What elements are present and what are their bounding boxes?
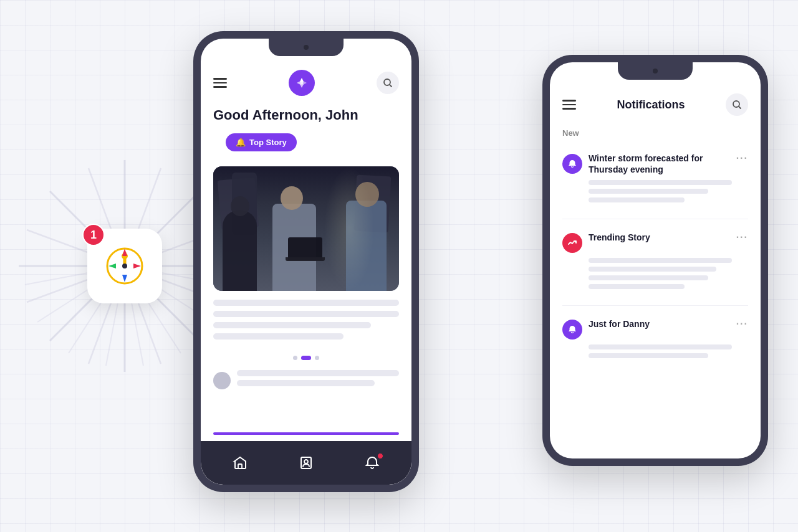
svg-marker-35	[303, 81, 307, 85]
right-phone-screen: Notifications New Winter sto	[550, 62, 761, 458]
notif-item-1-more[interactable]: ···	[736, 153, 748, 164]
svg-rect-39	[238, 464, 242, 468]
dot-2-active	[301, 356, 311, 360]
notif-item-2-text: Trending Story	[589, 232, 730, 243]
dot-1	[293, 356, 297, 360]
notif-icon-bell-3	[562, 320, 582, 340]
text-placeholders	[201, 291, 411, 349]
user-avatar-small	[213, 372, 231, 389]
bell-icon: 🔔	[236, 138, 246, 147]
svg-marker-34	[297, 81, 300, 85]
nav-bell[interactable]	[365, 455, 380, 470]
notification-item-2[interactable]: Trending Story ···	[550, 224, 761, 300]
notif-item-2-more[interactable]: ···	[736, 232, 748, 243]
nav-home[interactable]	[233, 455, 248, 470]
svg-line-43	[739, 107, 741, 108]
app-icon: 1	[87, 229, 162, 303]
app-icon-wrapper: 1	[87, 229, 162, 303]
notification-badge: 1	[82, 224, 105, 246]
notif-item-3-text: Just for Danny	[589, 318, 730, 330]
svg-point-36	[300, 82, 304, 85]
notif-icon-trending	[562, 233, 582, 253]
notif-item-1-title: Winter storm forecasted for Thursday eve…	[589, 153, 730, 175]
notif-hamburger-icon[interactable]	[562, 100, 576, 110]
left-phone: Good Afternoon, John 🔔 Top Story	[193, 31, 419, 492]
notif-item-1-lines	[562, 180, 748, 202]
bell-notification-dot	[377, 453, 383, 459]
greeting-text: Good Afternoon, John	[201, 105, 411, 133]
purple-accent-bar	[213, 432, 399, 435]
notif-item-3-header: Just for Danny ···	[562, 318, 748, 340]
notification-item-3[interactable]: Just for Danny ···	[550, 311, 761, 369]
header-logo	[289, 70, 315, 96]
story-image	[213, 166, 399, 291]
notif-item-2-title: Trending Story	[589, 232, 730, 243]
dot-3	[315, 356, 319, 360]
notch-dot-right	[653, 69, 658, 74]
svg-marker-27	[122, 249, 127, 256]
search-button[interactable]	[377, 72, 399, 94]
notif-item-1-header: Winter storm forecasted for Thursday eve…	[562, 153, 748, 175]
nav-contacts[interactable]	[299, 455, 314, 470]
notif-item-2-lines	[562, 258, 748, 289]
right-phone-notch	[618, 62, 693, 80]
right-phone: Notifications New Winter sto	[542, 55, 768, 466]
notif-icon-bell-1	[562, 154, 582, 174]
divider-1	[562, 219, 748, 219]
notif-search-button[interactable]	[726, 93, 748, 116]
svg-point-41	[304, 460, 308, 463]
bottom-nav	[201, 441, 411, 485]
carousel-dots	[201, 349, 411, 365]
hamburger-icon[interactable]	[213, 78, 227, 88]
notif-item-1-text: Winter storm forecasted for Thursday eve…	[589, 153, 730, 175]
notif-item-3-more[interactable]: ···	[736, 318, 748, 330]
notification-item-1[interactable]: Winter storm forecasted for Thursday eve…	[550, 145, 761, 214]
svg-point-31	[122, 264, 127, 268]
left-phone-screen: Good Afternoon, John 🔔 Top Story	[201, 39, 411, 485]
notifications-title: Notifications	[576, 98, 726, 112]
notif-item-3-lines	[562, 344, 748, 358]
notif-item-2-header: Trending Story ···	[562, 232, 748, 253]
top-story-badge: 🔔 Top Story	[226, 133, 297, 151]
svg-line-38	[390, 85, 392, 87]
app-logo-icon	[102, 244, 147, 288]
svg-marker-30	[133, 264, 141, 268]
notif-item-3-title: Just for Danny	[589, 318, 730, 330]
bottom-row	[201, 365, 411, 400]
svg-marker-29	[108, 264, 116, 268]
divider-2	[562, 305, 748, 306]
notch-dot	[304, 45, 309, 50]
left-phone-notch	[269, 39, 344, 56]
section-label-new: New	[550, 126, 761, 145]
svg-marker-28	[122, 275, 127, 282]
